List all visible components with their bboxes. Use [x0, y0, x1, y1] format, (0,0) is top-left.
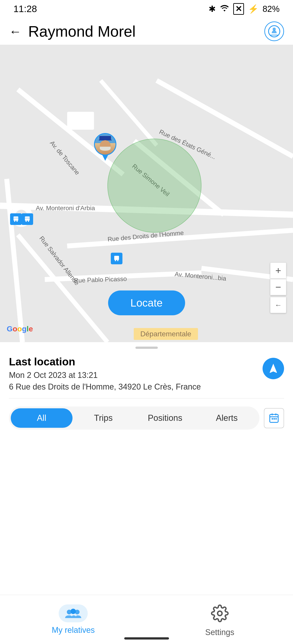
bottom-nav: My relatives Settings: [0, 595, 293, 644]
zoom-in-button[interactable]: +: [270, 262, 286, 278]
status-icons: ✱ ✕ ⚡ 82%: [209, 3, 279, 15]
header: ← Raymond Morel: [0, 18, 293, 45]
street-monteroni-arbia: Av. Monteroni d'Arbia: [36, 204, 95, 212]
wifi-icon: [220, 4, 229, 14]
person-location-pin: [94, 133, 116, 161]
svg-point-21: [26, 221, 27, 222]
last-location-date: Mon 2 Oct 2023 at 13:21: [9, 370, 201, 380]
battery-icon: ⚡: [248, 4, 258, 14]
bus-stop-3: [111, 253, 122, 264]
road-departementale: Départementale: [134, 328, 198, 340]
svg-point-36: [75, 610, 80, 614]
compass-button[interactable]: ←: [270, 297, 286, 313]
pin-triangle: [102, 154, 108, 161]
person-avatar: [94, 133, 116, 156]
tab-positions[interactable]: Positions: [134, 408, 196, 428]
svg-rect-16: [14, 216, 18, 221]
svg-point-18: [17, 221, 18, 222]
svg-point-26: [117, 260, 118, 261]
bus-stop-1: [10, 213, 22, 225]
bluetooth-icon: ✱: [209, 4, 216, 14]
svg-point-22: [28, 221, 29, 222]
svg-rect-33: [275, 418, 277, 420]
filter-row: All Trips Positions Alerts: [9, 398, 284, 438]
svg-rect-19: [14, 218, 18, 218]
svg-rect-14: [67, 112, 94, 130]
filter-tabs: All Trips Positions Alerts: [9, 406, 259, 430]
home-indicator: [124, 637, 169, 640]
status-time: 11:28: [14, 4, 37, 14]
svg-point-25: [115, 260, 116, 261]
svg-point-37: [218, 611, 222, 616]
app-logo-button[interactable]: [264, 22, 284, 41]
svg-rect-24: [114, 256, 119, 260]
map-area[interactable]: Av. de Toscane Rue des États Géné... Rue…: [0, 45, 293, 342]
svg-rect-20: [25, 216, 30, 221]
page-title: Raymond Morel: [28, 22, 264, 40]
settings-icon: [211, 604, 229, 622]
signal-blocked-icon: ✕: [233, 3, 244, 15]
my-relatives-icon-bg: [59, 604, 88, 622]
last-location-title: Last location: [9, 356, 201, 368]
my-relatives-label: My relatives: [52, 626, 95, 635]
svg-point-17: [14, 221, 15, 222]
svg-point-1: [273, 28, 276, 31]
my-relatives-icon: [65, 608, 81, 619]
svg-rect-32: [273, 418, 275, 420]
zoom-out-button[interactable]: −: [270, 279, 286, 295]
locate-button[interactable]: Locate: [108, 290, 185, 315]
tab-trips[interactable]: Trips: [73, 408, 134, 428]
calendar-icon: [268, 412, 279, 424]
last-location-section: Last location Mon 2 Oct 2023 at 13:21 6 …: [9, 356, 284, 398]
bus-stop-2: [22, 213, 33, 225]
nav-my-relatives[interactable]: My relatives: [0, 604, 147, 635]
drag-handle[interactable]: [135, 346, 158, 349]
back-button[interactable]: ←: [9, 24, 22, 39]
battery-level: 82%: [262, 4, 279, 14]
zoom-controls: + − ←: [270, 262, 286, 313]
navigate-button[interactable]: [262, 358, 284, 379]
svg-rect-23: [25, 218, 30, 218]
navigate-icon: [267, 363, 279, 374]
tab-alerts[interactable]: Alerts: [196, 408, 258, 428]
calendar-button[interactable]: [264, 408, 284, 428]
svg-rect-31: [272, 418, 273, 420]
status-bar: 11:28 ✱ ✕ ⚡ 82%: [0, 0, 293, 18]
nav-settings[interactable]: Settings: [147, 602, 293, 637]
accuracy-circle: [107, 139, 201, 232]
tab-all[interactable]: All: [11, 408, 73, 428]
bottom-sheet: Last location Mon 2 Oct 2023 at 13:21 6 …: [0, 342, 293, 438]
settings-icon-container: [209, 602, 231, 624]
last-location-info: Last location Mon 2 Oct 2023 at 13:21 6 …: [9, 356, 201, 392]
settings-label: Settings: [205, 628, 234, 637]
last-location-address: 6 Rue des Droits de l'Homme, 34920 Le Cr…: [9, 382, 201, 392]
google-logo: Google: [7, 324, 33, 333]
